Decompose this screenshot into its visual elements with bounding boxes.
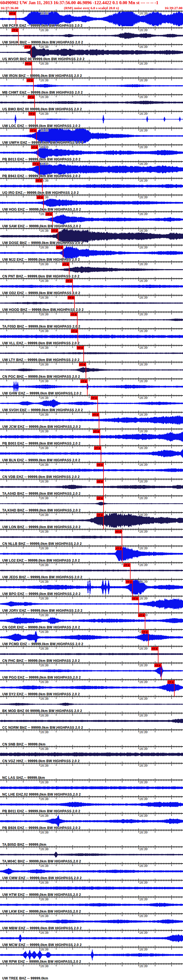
tick-time-label: 16:39 bbox=[139, 412, 148, 417]
pick-time-line[interactable] bbox=[97, 396, 98, 412]
station-channel-label: UW SHUK BHZ -- 99999.0km BW HIGHPASS 2.0… bbox=[2, 40, 83, 44]
coda-pick-flag[interactable]: ×T 4 bbox=[66, 279, 72, 283]
pick-time-line[interactable] bbox=[101, 446, 101, 463]
pick-time-line[interactable] bbox=[148, 630, 149, 646]
station-channel-label: UW LOC EHZ -- 99999.0km BW HIGHPASS 2.0 … bbox=[2, 124, 80, 128]
pick-time-line[interactable] bbox=[99, 412, 99, 429]
coda-pick-flag[interactable]: ×T 4 bbox=[24, 45, 31, 49]
coda-pick-flag[interactable]: ×T 4 bbox=[37, 196, 43, 199]
pick-time-line[interactable] bbox=[103, 512, 104, 529]
coda-pick-flag[interactable]: ×T 4 bbox=[32, 162, 39, 166]
pick-time-line[interactable] bbox=[130, 563, 130, 579]
tick-time-label: 16:39 bbox=[139, 931, 148, 935]
coda-pick-flag[interactable]: ×T 4 bbox=[51, 229, 58, 232]
coda-pick-flag[interactable]: ×T 4 bbox=[62, 262, 69, 266]
coda-pick-flag[interactable]: ×T 4 bbox=[56, 246, 63, 249]
coda-pick-flag[interactable]: ×T 4 bbox=[11, 29, 18, 32]
coda-pick-flag[interactable]: ×T 4 bbox=[67, 296, 74, 299]
coda-pick-flag[interactable]: ×T 4 bbox=[30, 129, 36, 132]
station-channel-label: PB B013 EHZ -- 99999.0km BW HIGHPASS 2.0… bbox=[2, 158, 80, 161]
coda-pick-flag[interactable]: ×T 4 bbox=[92, 413, 99, 417]
pick-time-line[interactable] bbox=[132, 579, 133, 596]
coda-pick-flag[interactable]: ×T 4 bbox=[96, 513, 103, 517]
pick-time-line[interactable] bbox=[103, 479, 104, 496]
station-channel-label: PB B943 EHZ -- 99999.0km BW HIGHPASS 2.0… bbox=[2, 174, 80, 178]
coda-pick-flag[interactable]: ×T 4 bbox=[138, 613, 145, 617]
tick-time-label: 16:38 bbox=[40, 95, 48, 99]
coda-pick-flag[interactable]: ×T 4 bbox=[71, 329, 77, 333]
station-channel-label: UW JORV EHZ -- 99999.0km BW HIGHPASS 2.0… bbox=[2, 609, 82, 612]
pick-time-line[interactable] bbox=[86, 362, 86, 379]
coda-pick-flag[interactable]: ×T 4 bbox=[91, 396, 97, 400]
tick-time-label: 16:39 bbox=[139, 28, 148, 32]
tick-time-label: 16:39 bbox=[139, 162, 148, 166]
coda-pick-flag[interactable]: ×T 4 bbox=[141, 630, 148, 634]
coda-pick-flag[interactable]: ×T 4 bbox=[96, 463, 103, 466]
tick-time-label: 16:38 bbox=[40, 530, 48, 533]
station-channel-label: TA M04C BHZ -- 99999.0km BW HIGHPASS 2.0… bbox=[2, 859, 81, 863]
coda-pick-flag[interactable]: ×T 4 bbox=[31, 145, 38, 149]
coda-pick-flag[interactable]: ×T 4 bbox=[79, 363, 86, 366]
tick-time-label: 16:38 bbox=[40, 747, 48, 751]
trace-row-uw-lon: 16:3816:39×T 4UW LON BHZ -- 99999.0km BW… bbox=[0, 512, 183, 529]
coda-pick-flag[interactable]: ×T 4 bbox=[115, 547, 122, 550]
coda-pick-flag[interactable]: ×T 4 bbox=[29, 112, 35, 116]
trace-row-us-wvor: 16:3816:39×T 4US WVOR BHZ 00 99999.0km B… bbox=[0, 45, 183, 61]
tick-time-label: 16:38 bbox=[40, 262, 48, 266]
pick-time-line[interactable] bbox=[122, 546, 122, 563]
coda-pick-flag[interactable]: ×T 4 bbox=[25, 62, 32, 65]
coda-pick-flag[interactable]: ×T 4 bbox=[80, 379, 87, 383]
tick-time-label: 16:38 bbox=[40, 396, 48, 400]
coda-pick-flag[interactable]: ×T 4 bbox=[94, 446, 101, 450]
tick-time-label: 16:39 bbox=[139, 129, 148, 132]
trace-row-nc-lhe: 16:3816:39NC LHE EHZ 02 99999.0km BW HIG… bbox=[0, 780, 183, 797]
tick-time-label: 16:38 bbox=[40, 914, 48, 918]
pick-time-line[interactable] bbox=[158, 646, 159, 663]
station-channel-label: UW VLL EHZ -- 99999.0km BW HIGHPASS 2.0 … bbox=[2, 341, 80, 345]
tick-time-label: 16:39 bbox=[139, 463, 148, 466]
trace-row-uw-loc: 16:3816:39×T 4UW LOC EHZ -- 99999.0km BW… bbox=[0, 111, 183, 128]
coda-pick-flag[interactable]: ×T 4 bbox=[132, 597, 138, 600]
coda-pick-flag[interactable]: ×T 4 bbox=[151, 647, 158, 651]
coda-pick-flag[interactable]: ×T 4 bbox=[9, 12, 16, 15]
pick-time-line[interactable] bbox=[87, 379, 88, 396]
coda-pick-flag[interactable]: ×T 4 bbox=[115, 530, 122, 533]
coda-pick-flag[interactable]: ×T 4 bbox=[154, 663, 161, 667]
coda-pick-flag[interactable]: ×T 4 bbox=[35, 179, 42, 183]
coda-pick-flag[interactable]: ×T 4 bbox=[93, 430, 100, 433]
trace-row-uw-shuk: 16:3816:39×T 4UW SHUK BHZ -- 99999.0km B… bbox=[0, 28, 183, 45]
station-channel-label: CC NORM BHZ -- 99999.0km BW HIGHPASS 2.0… bbox=[2, 725, 83, 730]
station-channel-label: UW DY2 EHZ -- 99999.0km BW HIGHPASS 2.0 … bbox=[2, 692, 80, 696]
pick-time-line[interactable] bbox=[174, 680, 175, 697]
coda-pick-flag[interactable]: ×T 4 bbox=[70, 313, 77, 316]
coda-pick-flag[interactable]: ×T 4 bbox=[45, 212, 52, 216]
tick-time-label: 16:39 bbox=[139, 797, 148, 801]
pick-time-line[interactable] bbox=[138, 596, 139, 613]
coda-pick-flag[interactable]: ×T 4 bbox=[123, 563, 130, 567]
pick-time-line[interactable] bbox=[145, 613, 145, 630]
coda-pick-flag[interactable]: ×T 4 bbox=[96, 480, 103, 483]
pick-time-line[interactable] bbox=[103, 463, 104, 479]
trace-row-uw-dose: 16:3816:39×T 4UW DOSE BHZ -- 99999.0km B… bbox=[0, 228, 183, 245]
tick-time-label: 16:39 bbox=[139, 513, 148, 517]
trace-row-uw-jeds: 16:3816:39×T 4UW JEDS BHZ -- 99999.0km B… bbox=[0, 563, 183, 579]
tick-time-label: 16:38 bbox=[40, 713, 48, 718]
pick-time-line[interactable] bbox=[100, 429, 100, 446]
tick-time-label: 16:38 bbox=[40, 479, 48, 483]
tick-time-label: 16:38 bbox=[40, 546, 48, 550]
tick-time-label: 16:39 bbox=[139, 396, 148, 400]
coda-pick-flag[interactable]: ×T 4 bbox=[167, 680, 174, 684]
pick-time-line[interactable] bbox=[103, 496, 104, 512]
trace-row-uw-bpo: 16:3816:39×T 4UW BPO EHZ -- 99999.0km BW… bbox=[0, 579, 183, 596]
pick-time-line[interactable] bbox=[161, 663, 162, 680]
coda-pick-flag[interactable]: ×T 4 bbox=[27, 95, 34, 99]
coda-pick-flag[interactable]: ×T 4 bbox=[77, 346, 83, 350]
coda-pick-flag[interactable]: ×T 4 bbox=[96, 496, 103, 500]
pick-time-line[interactable] bbox=[122, 529, 122, 546]
tick-time-label: 16:39 bbox=[139, 229, 148, 232]
coda-pick-flag[interactable]: ×T 4 bbox=[27, 78, 33, 82]
trace-row-ta-a04d: 16:3816:39×T 4TA A04D BHZ -- 99999.0km B… bbox=[0, 479, 183, 496]
pick-time-line[interactable] bbox=[83, 345, 84, 362]
tick-time-label: 16:39 bbox=[139, 312, 148, 316]
coda-pick-flag[interactable]: ×T 4 bbox=[125, 580, 132, 584]
